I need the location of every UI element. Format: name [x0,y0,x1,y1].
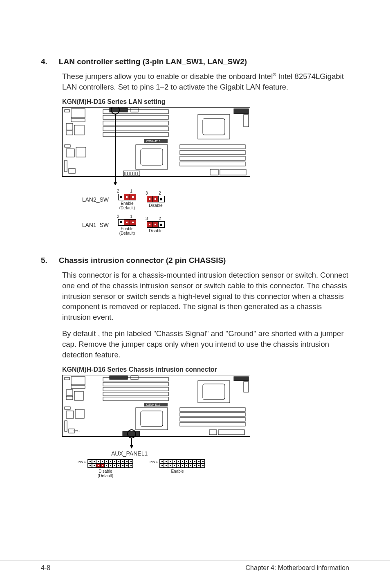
svg-rect-38 [234,109,249,114]
svg-rect-67 [180,408,245,411]
svg-rect-51 [74,391,83,400]
aux-panel-label: AUX_PANEL1 [111,450,349,457]
board-diagram-chassis: KGNH-D16 [62,375,349,478]
lan2-sw-row: LAN2_SW 2 1 Enable (Default) 3 2 [78,189,349,210]
pin1-board: PIN 1 [74,429,80,432]
section5-title: Chassis intrusion connector (2 pin CHASS… [59,256,226,265]
default-text-2: (Default) [119,231,135,236]
section5-p2: By default , the pin labeled "Chassis Si… [62,328,349,360]
lan1-enable-group: 2 1 Enable (Default) [117,214,137,236]
svg-rect-21 [203,119,225,135]
svg-rect-16 [103,132,168,137]
default-text-3: (Default) [98,474,113,478]
lan2-label: LAN2_SW [78,196,109,203]
section4-num: 4. [41,57,47,66]
section4-title: LAN controller setting (3-pin LAN_SW1, L… [59,57,247,66]
svg-rect-77 [110,376,128,379]
svg-rect-71 [123,431,140,436]
svg-rect-7 [65,145,70,147]
motherboard-svg-chassis: KGNH-D16 [62,375,250,449]
svg-rect-58 [103,382,168,386]
lan1-disable-caption: Disable [149,229,162,233]
disable-text: Disable [99,469,112,474]
aux-enable-pins [159,459,205,468]
enable-text-2: Enable [121,227,133,231]
svg-rect-3 [71,119,85,122]
svg-rect-41 [110,108,128,112]
svg-rect-52 [65,407,70,409]
svg-rect-49 [66,390,73,395]
lan2-enable-group: 2 1 Enable (Default) [117,189,137,210]
svg-rect-53 [66,411,74,418]
svg-rect-13 [103,115,168,119]
svg-rect-55 [65,421,67,431]
svg-rect-10 [65,160,67,172]
lan1-label: LAN1_SW [78,222,109,228]
enable-text: Enable [121,201,133,206]
svg-rect-36 [210,169,218,175]
svg-rect-8 [66,149,74,157]
board-label-chassis: KGNH-D16 [146,403,161,406]
section5-p1: This connector is for a chassis-mounted … [62,270,349,323]
svg-rect-15 [103,127,168,131]
svg-rect-14 [103,121,168,125]
svg-rect-48 [71,386,85,388]
svg-rect-59 [103,387,168,391]
page-number: 4-8 [41,564,50,572]
svg-rect-22 [180,145,245,149]
svg-rect-69 [180,417,245,421]
svg-rect-1 [65,110,69,112]
svg-rect-37 [220,169,246,175]
section-chassis-intrusion: 5. Chassis intrusion connector (2 pin CH… [41,256,349,478]
svg-rect-64 [141,411,163,426]
board-label-lan: KGNH-D16 [146,140,161,143]
svg-rect-61 [103,397,168,401]
chapter-title: Chapter 4: Motherboard information [246,564,349,572]
svg-rect-9 [76,147,86,157]
aux-enable-caption: Enable [171,469,184,474]
default-text: (Default) [119,206,135,210]
svg-rect-24 [180,156,245,160]
svg-rect-23 [180,150,245,155]
pin1-label-a: PIN 1 [78,460,86,464]
lan1-disable-group: 3 2 Disable [146,216,166,233]
lan2-enable-caption: Enable (Default) [119,201,135,210]
lan1-enable-caption: Enable (Default) [119,227,135,236]
svg-rect-73 [218,430,244,435]
lan2-disable-caption: Disable [149,203,162,208]
lan2-disable-group: 3 2 Disable [146,191,166,208]
section5-num: 5. [41,256,47,265]
aux-disable-block: PIN 1 Disable (Default) [78,459,133,478]
lan2-disable-nums: 3 2 [146,191,166,195]
svg-rect-72 [209,430,217,435]
svg-rect-39 [244,114,249,127]
lan1-enable-block [118,219,136,226]
lan1-disable-nums: 3 2 [146,216,166,221]
svg-rect-4 [66,123,73,130]
lan2-enable-nums: 2 1 [117,189,137,193]
svg-rect-74 [234,377,249,381]
section4-body-a: These jumpers allow you to enable or dis… [62,72,273,81]
section5-heading: 5. Chassis intrusion connector (2 pin CH… [41,256,349,265]
svg-rect-47 [71,377,85,385]
lan2-disable-block [147,196,165,202]
svg-rect-11 [69,168,75,173]
lan2-enable-block [118,194,136,200]
aux-enable-block: PIN 1 Enable [150,459,205,478]
lan1-enable-nums: 2 1 [117,214,137,219]
motherboard-svg-lan: KGNH-D16 [62,107,250,185]
aux-disable-pins [87,459,133,468]
board-diagram-lan: KGNH-D16 [62,107,349,236]
svg-rect-2 [71,109,85,118]
svg-rect-19 [141,149,163,165]
page-footer: 4-8 Chapter 4: Motherboard information [0,561,390,572]
svg-rect-6 [74,125,84,135]
svg-rect-60 [103,392,168,396]
svg-rect-46 [65,377,69,380]
svg-marker-44 [114,182,117,185]
figure-title-lan: KGN(M)H-D16 Series LAN setting [62,98,349,105]
lan1-sw-row: LAN1_SW 2 1 Enable (Default) 3 2 [78,214,349,236]
svg-rect-50 [66,396,73,399]
section4-body: These jumpers allow you to enable or dis… [62,71,349,92]
figure-title-chassis: KGN(M)H-D16 Series Chassis intrusion con… [62,366,349,373]
